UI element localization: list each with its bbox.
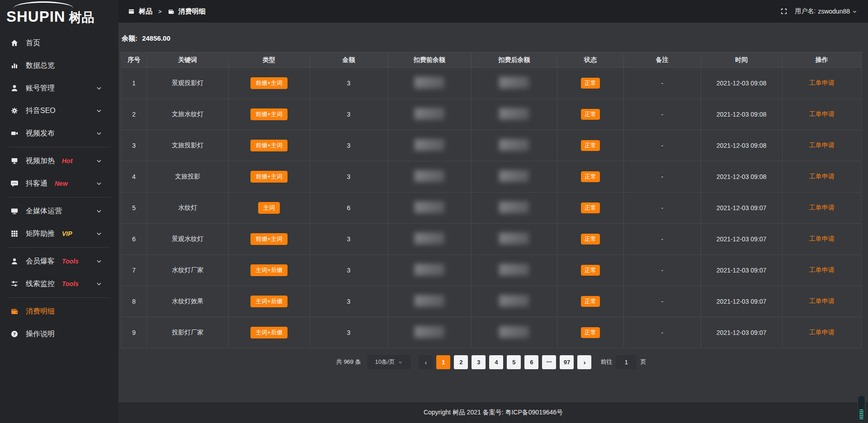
cell-time: 2021-12-03 09:08 [717,111,767,118]
cell-keyword: 文旅投影 [175,173,200,180]
balance-line: 余额: 24856.00 [122,34,862,43]
sidebar-item-lead-monitor[interactable]: 线索监控 Tools [0,273,118,295]
hot-tag: Hot [62,157,72,164]
col-header: 关键词 [147,52,228,68]
page-button-5[interactable]: 5 [507,355,521,369]
sidebar-item-data-overview[interactable]: 数据总览 [0,54,118,77]
cell-keyword: 文旅水纹灯 [172,110,203,118]
page-size-select[interactable]: 10条/页 [367,355,410,369]
prev-page-button[interactable]: ‹ [419,355,433,369]
cell-keyword: 水纹灯厂家 [172,266,203,273]
sidebar-divider [8,297,110,298]
cell-time: 2021-12-03 09:07 [717,235,767,243]
breadcrumb-separator: > [158,8,162,15]
table-row: 2 文旅水纹灯 前缀+主词 3 正常 - 2021-12-03 09:08 工单… [121,99,862,130]
masked-balance-before [415,202,444,213]
col-header: 备注 [624,52,701,68]
cell-remark: - [661,235,663,243]
type-badge: 主词 [258,202,280,214]
more-pages-button[interactable]: ••• [542,355,556,369]
cell-amount: 3 [347,173,350,180]
tools-tag: Tools [62,258,79,265]
goto-label: 前往 [600,358,612,366]
status-badge: 正常 [581,140,600,151]
breadcrumb: 树品 > 消费明细 [128,7,206,16]
cell-time: 2021-12-03 09:07 [717,329,767,336]
chevron-down-icon [398,360,403,365]
cell-remark: - [661,329,663,336]
ticket-apply-link[interactable]: 工单申请 [809,173,835,180]
fullscreen-icon[interactable] [780,8,788,15]
sidebar-item-douketong[interactable]: 抖客通 New [0,172,118,195]
type-badge: 前缀+主词 [250,140,288,151]
sidebar-item-label: 全媒体运营 [26,207,62,216]
floating-widget[interactable] [858,395,865,422]
ticket-apply-link[interactable]: 工单申请 [809,266,835,273]
ticket-apply-link[interactable]: 工单申请 [809,329,835,336]
masked-balance-after [499,264,529,276]
page-button-97[interactable]: 97 [560,355,574,369]
wallet-icon [10,307,19,316]
ticket-apply-link[interactable]: 工单申请 [809,235,835,242]
vip-tag: VIP [62,230,72,237]
sidebar-menu: 首页 数据总览 账号管理 [0,28,118,423]
col-header: 扣费前余额 [387,52,471,68]
page-button-1[interactable]: 1 [436,355,450,369]
sidebar-item-douyin-seo[interactable]: 抖音SEO [0,99,118,122]
breadcrumb-root[interactable]: 树品 [139,7,152,16]
ticket-apply-link[interactable]: 工单申请 [809,297,835,305]
next-arrow-icon: › [583,358,585,366]
ticket-apply-link[interactable]: 工单申请 [809,110,835,118]
cell-amount: 3 [347,329,350,336]
page-button-3[interactable]: 3 [472,355,486,369]
sidebar-item-video-publish[interactable]: 视频发布 [0,122,118,145]
grid-icon [10,229,19,238]
sidebar-item-video-heat[interactable]: 视频加热 Hot [0,150,118,172]
cell-time: 2021-12-03 09:07 [717,204,767,212]
sidebar-item-label: 矩阵助推 [26,229,55,239]
page-button-6[interactable]: 6 [524,355,538,369]
monitor-icon [10,207,19,216]
cell-keyword: 水纹灯 [178,204,197,211]
sidebar-item-label: 视频发布 [26,129,55,138]
sidebar-item-account[interactable]: 账号管理 [0,77,118,99]
col-header: 扣费后余额 [471,52,557,68]
masked-balance-before [415,233,444,244]
page-button-2[interactable]: 2 [454,355,468,369]
sidebar-item-home[interactable]: 首页 [0,32,118,54]
username-label: 用户名: [795,7,816,15]
cell-amount: 6 [347,204,350,212]
cell-remark: - [661,267,663,274]
status-badge: 正常 [581,234,600,244]
page-size-value: 10条/页 [375,358,395,366]
sidebar-item-label: 抖音SEO [26,106,56,116]
type-badge: 主词+后缀 [250,264,288,276]
goto-page-input[interactable] [616,355,637,369]
chevron-down-icon [96,130,102,136]
page-footer: Copyright 树品 2021 备案号: 粤ICP备09019646号 [118,402,868,423]
sidebar-item-instructions[interactable]: ? 操作说明 [0,323,118,345]
sidebar-item-matrix-boost[interactable]: 矩阵助推 VIP [0,222,118,245]
ticket-apply-link[interactable]: 工单申请 [809,79,835,86]
cell-no: 7 [132,267,136,274]
masked-balance-before [415,139,444,151]
chevron-down-icon [96,281,102,287]
type-badge: 前缀+主词 [250,233,288,245]
main-column: 树品 > 消费明细 用户名: zswodun88 余额: [118,0,868,423]
cell-no: 3 [132,142,136,149]
new-tag: New [55,180,68,187]
user-menu[interactable]: 用户名: zswodun88 [795,7,857,15]
copyright-text: Copyright 树品 2021 备案号: 粤ICP备09019646号 [424,409,563,417]
next-page-button[interactable]: › [577,355,591,369]
ticket-apply-link[interactable]: 工单申请 [809,204,835,211]
ticket-apply-link[interactable]: 工单申请 [809,141,835,149]
gear-icon [10,106,19,115]
goto-page: 前往 页 [600,355,646,369]
sidebar-item-all-media[interactable]: 全媒体运营 [0,200,118,222]
sidebar-item-consumption-detail[interactable]: 消费明细 [0,300,118,323]
status-badge: 正常 [581,327,600,338]
cell-remark: - [661,204,663,212]
cell-amount: 3 [347,142,350,149]
sidebar-item-member-burst[interactable]: 会员爆客 Tools [0,250,118,273]
page-button-4[interactable]: 4 [489,355,503,369]
